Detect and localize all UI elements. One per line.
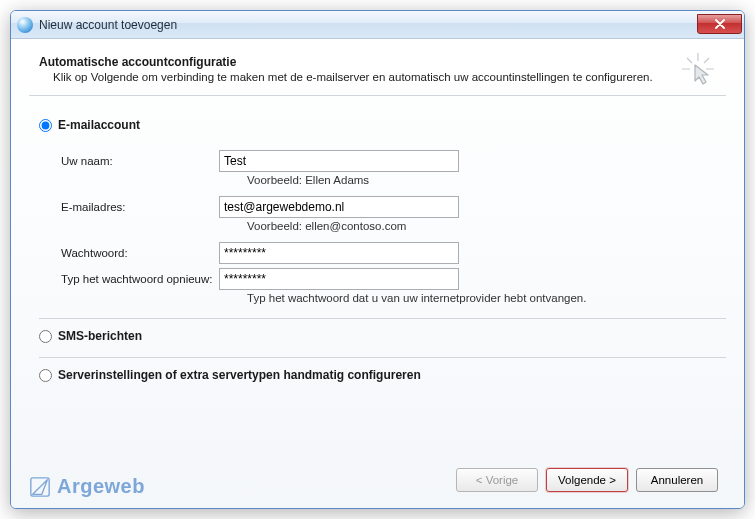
back-button: < Vorige xyxy=(456,468,538,492)
window-title: Nieuw account toevoegen xyxy=(39,18,697,32)
password-input[interactable] xyxy=(219,242,459,264)
dialog-window: Nieuw account toevoegen Automatische acc… xyxy=(10,10,745,509)
option-sms-radio[interactable] xyxy=(39,330,52,343)
password2-label: Typ het wachtwoord opnieuw: xyxy=(39,273,219,285)
next-button[interactable]: Volgende > xyxy=(546,468,628,492)
email-hint: Voorbeeld: ellen@contoso.com xyxy=(39,220,726,232)
name-label: Uw naam: xyxy=(39,155,219,167)
name-hint: Voorbeeld: Ellen Adams xyxy=(39,174,726,186)
option-manual-row[interactable]: Serverinstellingen of extra servertypen … xyxy=(39,368,726,382)
password2-input[interactable] xyxy=(219,268,459,290)
option-manual-label: Serverinstellingen of extra servertypen … xyxy=(58,368,421,382)
brand: Argeweb xyxy=(29,475,145,498)
name-input[interactable] xyxy=(219,150,459,172)
svg-line-4 xyxy=(704,58,709,63)
form-area: E-mailaccount Uw naam: Voorbeeld: Ellen … xyxy=(29,114,726,458)
option-email-radio[interactable] xyxy=(39,119,52,132)
email-label: E-mailadres: xyxy=(39,201,219,213)
option-manual-radio[interactable] xyxy=(39,369,52,382)
footer: Argeweb < Vorige Volgende > Annuleren xyxy=(29,458,726,502)
option-email-label: E-mailaccount xyxy=(58,118,140,132)
cancel-button[interactable]: Annuleren xyxy=(636,468,718,492)
close-button[interactable] xyxy=(697,14,742,34)
brand-text: Argeweb xyxy=(57,475,145,498)
page-title: Automatische accountconfiguratie xyxy=(39,55,726,69)
password-label: Wachtwoord: xyxy=(39,247,219,259)
cursor-sparkle-icon xyxy=(680,51,716,87)
globe-icon xyxy=(17,17,33,33)
page-subtitle: Klik op Volgende om verbinding te maken … xyxy=(39,71,726,83)
password-hint: Typ het wachtwoord dat u van uw internet… xyxy=(39,292,726,304)
option-sms-row[interactable]: SMS-berichten xyxy=(39,329,726,343)
divider xyxy=(39,318,726,319)
divider xyxy=(39,357,726,358)
content-area: Automatische accountconfiguratie Klik op… xyxy=(11,39,744,508)
svg-line-3 xyxy=(687,58,692,63)
email-input[interactable] xyxy=(219,196,459,218)
titlebar: Nieuw account toevoegen xyxy=(11,11,744,39)
brand-logo-icon xyxy=(29,476,51,498)
header-block: Automatische accountconfiguratie Klik op… xyxy=(29,49,726,96)
close-icon xyxy=(715,19,725,29)
option-sms-label: SMS-berichten xyxy=(58,329,142,343)
option-email-row[interactable]: E-mailaccount xyxy=(39,118,726,132)
